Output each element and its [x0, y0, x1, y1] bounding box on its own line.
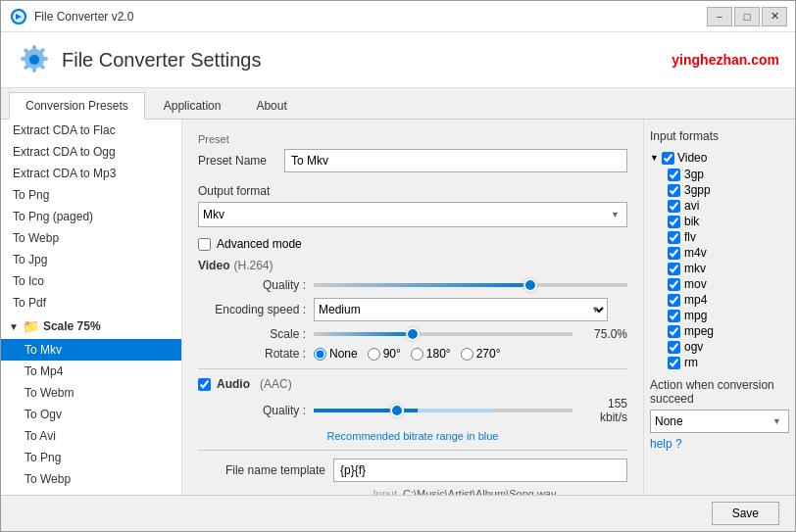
- format-ogv-checkbox[interactable]: [668, 341, 680, 354]
- quality-slider-container: [314, 283, 627, 287]
- sidebar-item-to-pdf[interactable]: To Pdf: [1, 292, 181, 314]
- format-m4v: m4v: [650, 245, 789, 261]
- encoding-speed-select[interactable]: Ultrafast Superfast Veryfast Faster Fast…: [314, 298, 608, 321]
- scale-slider[interactable]: [314, 332, 572, 336]
- sidebar-item-extract-cda-ogg[interactable]: Extract CDA to Ogg: [1, 141, 181, 163]
- bottom-bar: Save: [1, 495, 795, 531]
- format-avi-checkbox[interactable]: [668, 200, 680, 213]
- file-template-label: File name template: [198, 463, 325, 477]
- rotate-90[interactable]: 90°: [368, 347, 401, 361]
- sidebar-item-to-webm[interactable]: To Webm: [1, 382, 181, 404]
- action-section: Action when conversion succeed None Open…: [650, 378, 789, 451]
- format-avi-label: avi: [684, 199, 699, 213]
- sidebar-item-to-ogv[interactable]: To Ogv: [1, 404, 181, 425]
- action-help-link[interactable]: help ?: [650, 437, 682, 451]
- video-header-row: Video (H.264): [198, 259, 627, 272]
- sidebar-item-to-webp2[interactable]: To Webp: [1, 468, 181, 490]
- sidebar-item-to-ico[interactable]: To Ico: [1, 270, 181, 292]
- sidebar-item-extract-cda-flac[interactable]: Extract CDA to Flac: [1, 120, 181, 141]
- input-example-label: Input example: [333, 488, 397, 495]
- audio-quality-row: Quality : 155 kbit/s: [198, 397, 627, 424]
- divider-template: [198, 450, 627, 451]
- sidebar-item-to-png2[interactable]: To Png: [1, 447, 181, 468]
- format-3gp: 3gp: [650, 167, 789, 182]
- quality-label: Quality :: [198, 278, 306, 292]
- format-m4v-checkbox[interactable]: [668, 247, 680, 260]
- format-mpg-checkbox[interactable]: [668, 310, 680, 322]
- tab-about[interactable]: About: [239, 92, 303, 119]
- format-3gpp-checkbox[interactable]: [668, 184, 680, 197]
- format-3gp-checkbox[interactable]: [668, 169, 680, 181]
- rotate-180[interactable]: 180°: [411, 347, 451, 361]
- format-3gpp-label: 3gpp: [684, 183, 711, 197]
- rotate-90-radio[interactable]: [368, 348, 380, 361]
- preset-section-label: Preset: [198, 133, 627, 145]
- action-select[interactable]: None Open folder Shutdown: [650, 410, 789, 433]
- preset-name-row: Preset Name: [198, 149, 627, 172]
- audio-quality-slider[interactable]: [314, 409, 572, 412]
- action-select-wrapper: None Open folder Shutdown: [650, 410, 789, 433]
- restore-button[interactable]: □: [734, 7, 760, 26]
- quality-slider[interactable]: [314, 283, 627, 287]
- sidebar-item-to-png-paged[interactable]: To Png (paged): [1, 206, 181, 227]
- format-flv-checkbox[interactable]: [668, 231, 680, 244]
- title-bar: File Converter v2.0 − □ ✕: [1, 1, 795, 32]
- rotate-row: Rotate : None 90° 180°: [198, 347, 627, 361]
- rotate-270-radio[interactable]: [461, 348, 473, 361]
- format-m4v-label: m4v: [684, 246, 707, 260]
- video-group-checkbox[interactable]: [662, 152, 674, 165]
- output-format-label: Output format: [198, 184, 627, 198]
- preset-name-label: Preset Name: [198, 154, 276, 168]
- preset-name-input[interactable]: [284, 149, 627, 172]
- format-mov: mov: [650, 276, 789, 292]
- header-title: File Converter Settings: [62, 49, 261, 72]
- sidebar-item-to-jpg[interactable]: To Jpg: [1, 249, 181, 270]
- encoding-speed-row: Encoding speed : Ultrafast Superfast Ver…: [198, 298, 627, 321]
- format-mov-label: mov: [684, 277, 707, 291]
- rotate-none[interactable]: None: [314, 347, 358, 361]
- sidebar-item-to-webp[interactable]: To Webp: [1, 227, 181, 249]
- advanced-mode-checkbox[interactable]: [198, 238, 211, 251]
- title-bar-left: File Converter v2.0: [9, 7, 133, 26]
- advanced-mode-label: Advanced mode: [217, 237, 302, 251]
- format-3gpp: 3gpp: [650, 182, 789, 198]
- video-group-label: Video: [677, 151, 707, 165]
- format-mkv-checkbox[interactable]: [668, 263, 680, 275]
- format-rm-checkbox[interactable]: [668, 357, 680, 369]
- tab-application[interactable]: Application: [147, 92, 238, 119]
- audio-section: Audio (AAC) Quality : 155 kbit/s Recomme…: [198, 377, 627, 442]
- minimize-button[interactable]: −: [707, 7, 732, 26]
- sidebar-item-to-mp4[interactable]: To Mp4: [1, 361, 181, 382]
- rotate-270[interactable]: 270°: [461, 347, 501, 361]
- sidebar-group-scale-75[interactable]: ▼ 📁 Scale 75%: [1, 314, 181, 339]
- sidebar-item-to-png[interactable]: To Png: [1, 184, 181, 206]
- sidebar-item-to-mkv[interactable]: To Mkv: [1, 339, 181, 361]
- save-button[interactable]: Save: [712, 502, 779, 525]
- rotate-options: None 90° 180° 270°: [314, 347, 501, 361]
- file-template-input[interactable]: [333, 459, 627, 482]
- video-section: Video (H.264) Quality : Encoding speed :: [198, 259, 627, 361]
- rotate-180-radio[interactable]: [411, 348, 423, 361]
- close-button[interactable]: ✕: [762, 7, 787, 26]
- tree-group-video: ▼ Video 3gp 3gpp: [650, 149, 789, 370]
- sidebar-item-to-avi[interactable]: To Avi: [1, 425, 181, 447]
- audio-quality-value: 155 kbit/s: [578, 397, 627, 424]
- format-mpeg-label: mpeg: [684, 324, 714, 338]
- input-formats-title: Input formats: [650, 129, 789, 143]
- format-ogv-label: ogv: [684, 340, 703, 354]
- rotate-label: Rotate :: [198, 347, 306, 361]
- format-mp4-checkbox[interactable]: [668, 294, 680, 307]
- tab-conversion-presets[interactable]: Conversion Presets: [9, 92, 145, 120]
- sidebar-item-extract-cda-mp3[interactable]: Extract CDA to Mp3: [1, 163, 181, 184]
- format-mov-checkbox[interactable]: [668, 278, 680, 291]
- format-mpeg-checkbox[interactable]: [668, 325, 680, 338]
- audio-codec: (AAC): [260, 377, 292, 391]
- format-mp4: mp4: [650, 292, 789, 308]
- rotate-none-radio[interactable]: [314, 348, 326, 361]
- output-format-select[interactable]: Mkv Mp4 Avi Webm Ogv: [198, 202, 627, 227]
- format-avi: avi: [650, 198, 789, 214]
- audio-label: Audio: [217, 377, 250, 391]
- format-bik-checkbox[interactable]: [668, 216, 680, 228]
- format-rm-label: rm: [684, 356, 698, 369]
- audio-enabled-checkbox[interactable]: [198, 378, 211, 391]
